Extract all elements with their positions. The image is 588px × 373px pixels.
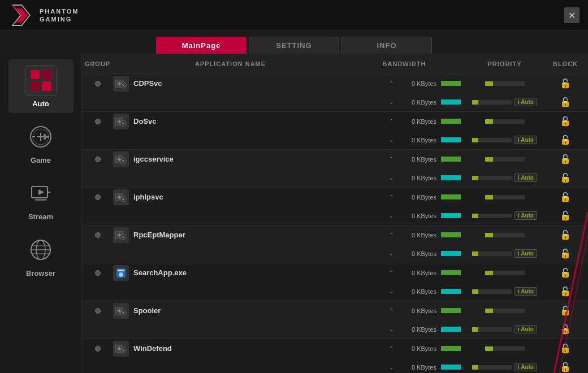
lock-icon-down[interactable]: 🔓 bbox=[560, 135, 571, 145]
cell-block-down: 🔓 bbox=[548, 248, 582, 259]
lock-icon-down[interactable]: 🔓 bbox=[560, 286, 571, 297]
lock-icon-up[interactable]: 🔓 bbox=[560, 154, 571, 164]
browser-icon bbox=[25, 235, 57, 266]
cell-priority-down: i Auto bbox=[461, 249, 548, 258]
app-name: WinDefend bbox=[133, 344, 172, 353]
cell-block-up: 🔓 bbox=[548, 154, 582, 164]
priority-bar-fill-2 bbox=[472, 327, 478, 332]
priority-bar-fill-2 bbox=[472, 214, 478, 218]
tab-setting[interactable]: SETTING bbox=[249, 37, 339, 54]
priority-auto-badge[interactable]: i Auto bbox=[514, 174, 537, 182]
lock-icon-down[interactable]: 🔓 bbox=[560, 97, 571, 107]
auto-icon bbox=[25, 65, 57, 96]
lock-icon-down[interactable]: 🔓 bbox=[560, 324, 571, 335]
cell-group bbox=[82, 346, 113, 352]
bandwidth-up-arrow[interactable]: ⌃ bbox=[387, 269, 395, 277]
phantom-gaming-logo bbox=[8, 4, 34, 27]
close-button[interactable]: ✕ bbox=[564, 7, 580, 23]
cell-group bbox=[82, 232, 113, 238]
priority-auto-badge[interactable]: i Auto bbox=[514, 325, 537, 333]
priority-bar bbox=[485, 119, 525, 124]
app-icon bbox=[113, 114, 129, 129]
lock-icon-up[interactable]: 🔓 bbox=[560, 229, 571, 240]
bandwidth-up-arrow[interactable]: ⌃ bbox=[387, 193, 395, 201]
row-down-line: ⌄ 0 KBytes i Auto 🔓 bbox=[82, 282, 588, 301]
bw-up-value: 0 KBytes bbox=[400, 307, 436, 314]
logo-area: PHANTOM GAMING bbox=[8, 4, 79, 27]
bandwidth-down-arrow[interactable]: ⌄ bbox=[387, 326, 395, 333]
sidebar-label-game: Game bbox=[31, 156, 51, 164]
bandwidth-down-arrow[interactable]: ⌄ bbox=[387, 174, 395, 182]
bandwidth-up-arrow[interactable]: ⌃ bbox=[387, 155, 395, 163]
bandwidth-down-arrow[interactable]: ⌄ bbox=[387, 288, 395, 296]
app-icon bbox=[113, 227, 129, 243]
bandwidth-down-arrow[interactable]: ⌄ bbox=[387, 212, 395, 220]
row-down-line: ⌄ 0 KBytes i Auto 🔓 bbox=[82, 168, 588, 187]
bandwidth-down-arrow[interactable]: ⌄ bbox=[387, 98, 395, 106]
tab-info[interactable]: INFO bbox=[341, 37, 432, 54]
lock-icon-up[interactable]: 🔓 bbox=[560, 305, 571, 316]
bandwidth-down-arrow[interactable]: ⌄ bbox=[387, 136, 395, 144]
lock-icon-up[interactable]: 🔓 bbox=[560, 192, 571, 202]
priority-bar-fill bbox=[485, 346, 493, 351]
priority-auto-badge[interactable]: i Auto bbox=[514, 363, 537, 371]
sidebar-item-stream[interactable]: Stream bbox=[8, 172, 74, 226]
bw-down-value: 0 KBytes bbox=[400, 137, 436, 144]
app-icon bbox=[113, 76, 129, 92]
cell-appname: iphlpsvc bbox=[113, 189, 348, 205]
priority-bar bbox=[485, 346, 525, 351]
bw-bar-green bbox=[441, 270, 461, 275]
lock-icon-down[interactable]: 🔓 bbox=[560, 210, 571, 221]
lock-icon-up[interactable]: 🔓 bbox=[560, 78, 571, 89]
cell-appname: Spooler bbox=[113, 303, 348, 319]
cell-priority-down: i Auto bbox=[461, 211, 548, 220]
bw-bar-teal bbox=[441, 327, 461, 332]
sidebar-item-browser[interactable]: Browser bbox=[8, 229, 74, 283]
logo-line1: PHANTOM bbox=[40, 7, 79, 15]
group-dot bbox=[95, 194, 101, 200]
priority-auto-badge[interactable]: i Auto bbox=[514, 249, 537, 258]
bw-bar-green bbox=[441, 346, 461, 351]
bw-up-value: 0 KBytes bbox=[400, 270, 436, 276]
lock-icon-down[interactable]: 🔓 bbox=[560, 172, 571, 183]
cell-bandwidth-up: ⌃ 0 KBytes bbox=[348, 80, 461, 88]
lock-icon-down[interactable]: 🔓 bbox=[560, 362, 571, 372]
cell-bandwidth-down: ⌄ 0 KBytes bbox=[348, 326, 461, 333]
bandwidth-down-arrow[interactable]: ⌄ bbox=[387, 363, 395, 371]
bw-bar-teal bbox=[441, 175, 461, 180]
tab-mainpage[interactable]: MainPage bbox=[156, 37, 247, 54]
lock-icon-down[interactable]: 🔓 bbox=[560, 248, 571, 259]
cell-block-down: 🔓 bbox=[548, 135, 582, 145]
bandwidth-down-arrow[interactable]: ⌄ bbox=[387, 250, 395, 258]
priority-auto-badge[interactable]: i Auto bbox=[514, 98, 537, 106]
cell-bandwidth-up: ⌃ 0 KBytes bbox=[348, 345, 461, 353]
sidebar-item-auto[interactable]: Auto bbox=[8, 59, 74, 113]
bw-bar-green bbox=[441, 232, 461, 237]
lock-icon-up[interactable]: 🔓 bbox=[560, 116, 571, 127]
cell-priority-up bbox=[461, 271, 548, 275]
sidebar-item-game[interactable]: Game bbox=[8, 116, 74, 170]
priority-auto-badge[interactable]: i Auto bbox=[514, 287, 537, 296]
sidebar-label-browser: Browser bbox=[26, 269, 55, 277]
app-name: igccservice bbox=[133, 155, 174, 163]
lock-icon-up[interactable]: 🔓 bbox=[560, 267, 571, 278]
bandwidth-up-arrow[interactable]: ⌃ bbox=[387, 118, 395, 125]
priority-bar-fill bbox=[485, 271, 493, 275]
cell-priority-down: i Auto bbox=[461, 363, 548, 371]
priority-bar bbox=[485, 157, 525, 162]
table-header: GROUP APPLICATION NAME BANDWIDTH PRIORIT… bbox=[82, 54, 588, 74]
bw-bar-teal bbox=[441, 99, 461, 105]
cell-group bbox=[82, 308, 113, 314]
lock-icon-up[interactable]: 🔓 bbox=[560, 343, 571, 354]
cell-block-down: 🔓 bbox=[548, 172, 582, 183]
row-up-line: DoSvc ⌃ 0 KBytes 🔓 bbox=[82, 112, 588, 131]
logo-text: PHANTOM GAMING bbox=[40, 7, 79, 24]
priority-auto-badge[interactable]: i Auto bbox=[514, 211, 537, 220]
bandwidth-up-arrow[interactable]: ⌃ bbox=[387, 307, 395, 315]
bandwidth-up-arrow[interactable]: ⌃ bbox=[387, 80, 395, 88]
cell-priority-up bbox=[461, 346, 548, 351]
bandwidth-up-arrow[interactable]: ⌃ bbox=[387, 345, 395, 353]
priority-bar-fill bbox=[485, 233, 493, 237]
priority-auto-badge[interactable]: i Auto bbox=[514, 136, 537, 144]
bandwidth-up-arrow[interactable]: ⌃ bbox=[387, 231, 395, 239]
